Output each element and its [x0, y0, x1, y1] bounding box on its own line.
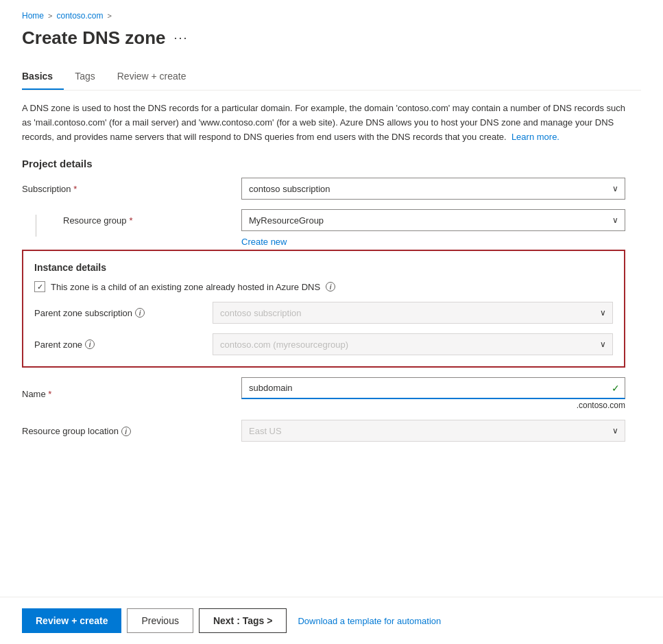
rg-location-label: Resource group location i: [22, 426, 241, 437]
child-zone-label: This zone is a child of an existing zone…: [51, 282, 320, 292]
subscription-dropdown[interactable]: contoso subscription: [241, 178, 625, 200]
parent-zone-label: Parent zone i: [34, 339, 213, 350]
breadcrumb-home[interactable]: Home: [22, 11, 44, 21]
parent-zone-subscription-dropdown[interactable]: contoso subscription: [213, 302, 613, 324]
previous-button[interactable]: Previous: [127, 608, 193, 633]
rg-required: *: [130, 215, 133, 226]
tab-basics[interactable]: Basics: [22, 65, 64, 90]
parent-zone-sub-dropdown-wrapper: contoso subscription: [213, 302, 613, 324]
tabs-container: Basics Tags Review + create: [22, 65, 641, 91]
breadcrumb-contoso[interactable]: contoso.com: [56, 11, 103, 21]
child-zone-info-icon: i: [326, 282, 335, 291]
name-input-wrapper: ✓: [241, 377, 625, 399]
parent-zone-sub-info-icon: i: [135, 308, 145, 318]
review-create-button[interactable]: Review + create: [22, 608, 121, 633]
resource-group-dropdown-wrapper: MyResourceGroup: [241, 209, 625, 231]
rg-location-info-icon: i: [121, 427, 131, 436]
breadcrumb-sep2: >: [108, 12, 112, 20]
rg-location-control: East US: [241, 420, 625, 442]
parent-zone-dropdown[interactable]: contoso.com (myresourcegroup): [213, 333, 613, 355]
name-required: *: [48, 389, 51, 399]
subscription-required: *: [73, 184, 77, 194]
footer: Review + create Previous Next : Tags > D…: [0, 597, 663, 644]
next-tags-button[interactable]: Next : Tags >: [199, 608, 287, 633]
project-details-heading: Project details: [22, 158, 625, 169]
parent-zone-subscription-control: contoso subscription: [213, 302, 613, 324]
description-text: A DNS zone is used to host the DNS recor…: [22, 102, 625, 144]
resource-group-dropdown[interactable]: MyResourceGroup: [241, 209, 625, 231]
parent-zone-info-icon: i: [85, 339, 95, 349]
tab-tags[interactable]: Tags: [75, 65, 106, 90]
create-new-link[interactable]: Create new: [241, 237, 287, 247]
parent-zone-control: contoso.com (myresourcegroup): [213, 333, 613, 355]
more-options-button[interactable]: ···: [174, 31, 189, 45]
download-template-link[interactable]: Download a template for automation: [298, 616, 441, 626]
instance-details-box: Instance details This zone is a child of…: [22, 250, 625, 368]
subscription-control: contoso subscription: [241, 178, 625, 200]
tab-review-create[interactable]: Review + create: [117, 65, 197, 90]
instance-details-heading: Instance details: [34, 262, 613, 273]
page-title: Create DNS zone: [22, 27, 166, 49]
parent-zone-subscription-label: Parent zone subscription i: [34, 308, 213, 318]
rg-location-dropdown[interactable]: East US: [241, 420, 625, 442]
resource-group-label: Resource group *: [63, 215, 241, 226]
subscription-dropdown-wrapper: contoso subscription: [241, 178, 625, 200]
learn-more-link[interactable]: Learn more.: [511, 132, 559, 142]
name-control: ✓ .contoso.com: [241, 377, 625, 410]
subscription-label: Subscription *: [22, 184, 241, 194]
resource-group-control: MyResourceGroup: [241, 209, 625, 231]
parent-zone-dropdown-wrapper: contoso.com (myresourcegroup): [213, 333, 613, 355]
name-checkmark-icon: ✓: [612, 383, 620, 394]
rg-location-dropdown-wrapper: East US: [241, 420, 625, 442]
subdomain-suffix: .contoso.com: [241, 401, 625, 410]
name-input[interactable]: [241, 377, 625, 399]
child-zone-checkbox[interactable]: [34, 281, 45, 292]
breadcrumb: Home > contoso.com >: [22, 11, 641, 21]
breadcrumb-sep1: >: [48, 12, 52, 20]
name-label: Name *: [22, 389, 241, 399]
